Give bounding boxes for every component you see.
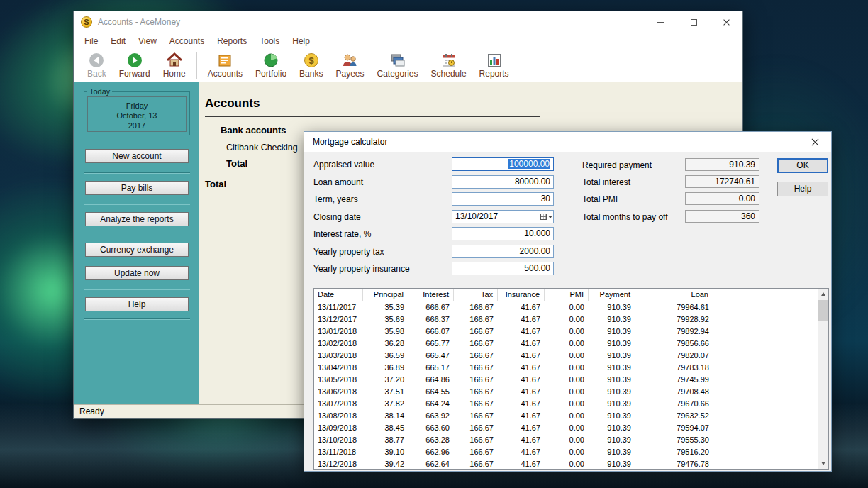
total-months-value: 360 (685, 210, 760, 223)
cell-payment: 910.39 (589, 422, 635, 434)
property-insurance-input[interactable]: 500.00 (452, 262, 554, 275)
column-header-date[interactable]: Date (314, 289, 363, 301)
menu-item[interactable]: File (78, 33, 104, 50)
header-filler (713, 289, 828, 301)
table-row[interactable]: 13/06/2018 37.51 664.55 166.67 41.67 0.0… (314, 386, 828, 398)
table-row[interactable]: 13/01/2018 35.98 666.07 166.67 41.67 0.0… (314, 326, 828, 338)
column-header-loan[interactable]: Loan (635, 289, 713, 301)
table-row[interactable]: 13/04/2018 36.89 665.17 166.67 41.67 0.0… (314, 362, 828, 374)
cell-date: 13/01/2018 (314, 326, 363, 338)
minimize-button[interactable] (645, 11, 677, 33)
toolbar-payees-button[interactable]: Payees (329, 51, 370, 79)
menu-item[interactable]: Edit (104, 33, 132, 50)
column-header-payment[interactable]: Payment (589, 289, 635, 301)
cell-interest: 663.60 (408, 422, 454, 434)
toolbar-home-button[interactable]: Home (157, 51, 192, 79)
cell-interest: 663.28 (408, 434, 454, 446)
toolbar-schedule-button[interactable]: Schedule (425, 51, 473, 79)
table-row[interactable]: 13/11/2018 39.10 662.96 166.67 41.67 0.0… (314, 446, 828, 458)
cell-payment: 910.39 (589, 386, 635, 398)
table-row[interactable]: 13/11/2017 35.39 666.67 166.67 41.67 0.0… (314, 301, 828, 314)
menu-item[interactable]: Tools (253, 33, 286, 50)
appraised-value-input[interactable]: 100000.00 (452, 157, 554, 171)
account-row-citibank[interactable]: Citibank Checking (226, 143, 298, 152)
toolbar-banks-button[interactable]: $ Banks (293, 51, 329, 79)
cell-interest: 666.67 (408, 301, 454, 314)
table-row[interactable]: 13/10/2018 38.77 663.28 166.67 41.67 0.0… (314, 434, 828, 446)
scrollbar-thumb[interactable] (818, 300, 828, 321)
table-row[interactable]: 13/12/2017 35.69 666.37 166.67 41.67 0.0… (314, 314, 828, 326)
page-title: Accounts (205, 96, 260, 111)
table-row[interactable]: 13/03/2018 36.59 665.47 166.67 41.67 0.0… (314, 350, 828, 362)
sidebar-button[interactable]: Pay bills (85, 181, 189, 195)
sidebar: Today Friday October, 13 2017 New accoun… (74, 82, 199, 404)
cell-payment: 910.39 (589, 338, 635, 350)
toolbar-forward-button[interactable]: Forward (113, 51, 157, 79)
table-row[interactable]: 13/07/2018 37.82 664.24 166.67 41.67 0.0… (314, 398, 828, 410)
cell-principal: 36.59 (363, 350, 408, 362)
cell-loan: 79516.20 (635, 446, 713, 458)
sidebar-button[interactable]: New account (85, 149, 189, 163)
cell-date: 13/12/2018 (314, 458, 363, 470)
toolbar-reports-button[interactable]: Reports (473, 51, 516, 79)
date-picker-dropdown-button[interactable] (540, 211, 552, 222)
menu-item[interactable]: Reports (211, 33, 253, 50)
menu-item[interactable]: Help (286, 33, 316, 50)
term-years-input[interactable]: 30 (452, 192, 554, 206)
close-button[interactable] (710, 11, 742, 33)
table-row[interactable]: 13/02/2018 36.28 665.77 166.67 41.67 0.0… (314, 338, 828, 350)
column-header-pmi[interactable]: PMI (545, 289, 589, 301)
table-row[interactable]: 13/09/2018 38.45 663.60 166.67 41.67 0.0… (314, 422, 828, 434)
dialog-titlebar[interactable]: Mortgage calculator (304, 132, 831, 152)
interest-rate-input[interactable]: 10.000 (452, 227, 554, 240)
cell-payment: 910.39 (589, 314, 635, 326)
sidebar-button[interactable]: Help (85, 297, 189, 311)
bank-accounts-section-title: Bank accounts (221, 125, 286, 135)
table-row[interactable]: 13/12/2018 39.42 662.64 166.67 41.67 0.0… (314, 458, 828, 470)
sidebar-button[interactable]: Currency exchange (85, 243, 189, 257)
ok-button[interactable]: OK (777, 158, 828, 173)
cell-pmi: 0.00 (545, 374, 589, 386)
dialog-close-button[interactable] (799, 132, 831, 152)
grand-total-label: Total (205, 179, 226, 189)
cell-interest: 665.77 (408, 338, 454, 350)
cell-insurance: 41.67 (498, 446, 545, 458)
column-header-tax[interactable]: Tax (454, 289, 498, 301)
table-scrollbar[interactable] (818, 289, 828, 469)
scroll-down-button[interactable] (818, 458, 828, 469)
maximize-button[interactable] (677, 11, 710, 33)
cell-insurance: 41.67 (498, 350, 545, 362)
cell-tax: 166.67 (454, 326, 498, 338)
sidebar-separator (84, 318, 190, 320)
column-header-insurance[interactable]: Insurance (498, 289, 545, 301)
closing-date-input[interactable]: 13/10/2017 (452, 210, 554, 223)
menu-item[interactable]: Accounts (163, 33, 211, 50)
table-row[interactable]: 13/05/2018 37.20 664.86 166.67 41.67 0.0… (314, 374, 828, 386)
sidebar-separator (84, 172, 190, 174)
toolbar-accounts-button[interactable]: Accounts (201, 51, 249, 79)
maximize-icon (691, 19, 697, 26)
column-header-interest[interactable]: Interest (408, 289, 454, 301)
loan-amount-input[interactable]: 80000.00 (452, 175, 554, 189)
toolbar-categories-button[interactable]: Categories (371, 51, 425, 79)
property-tax-input[interactable]: 2000.00 (452, 245, 554, 258)
scroll-up-button[interactable] (818, 289, 828, 299)
total-pmi-label: Total PMI (582, 194, 618, 204)
column-header-principal[interactable]: Principal (363, 289, 408, 301)
payees-icon (341, 52, 358, 69)
toolbar-portfolio-button[interactable]: Portfolio (249, 51, 293, 79)
table-row[interactable]: 13/08/2018 38.14 663.92 166.67 41.67 0.0… (314, 410, 828, 422)
sidebar-button[interactable]: Update now (85, 266, 189, 280)
calendar-icon (540, 214, 547, 220)
property-insurance-label: Yearly property insurance (313, 264, 410, 274)
cell-date: 13/05/2018 (314, 374, 363, 386)
cell-payment: 910.39 (589, 398, 635, 410)
sidebar-button[interactable]: Analyze the reports (85, 212, 189, 226)
window-titlebar[interactable]: S Accounts - AceMoney (74, 11, 742, 33)
cell-date: 13/12/2017 (314, 314, 363, 326)
cell-interest: 663.92 (408, 410, 454, 422)
help-button[interactable]: Help (777, 182, 828, 196)
cell-interest: 664.24 (408, 398, 454, 410)
menu-item[interactable]: View (132, 33, 163, 50)
toolbar-back-button[interactable]: Back (81, 51, 113, 79)
